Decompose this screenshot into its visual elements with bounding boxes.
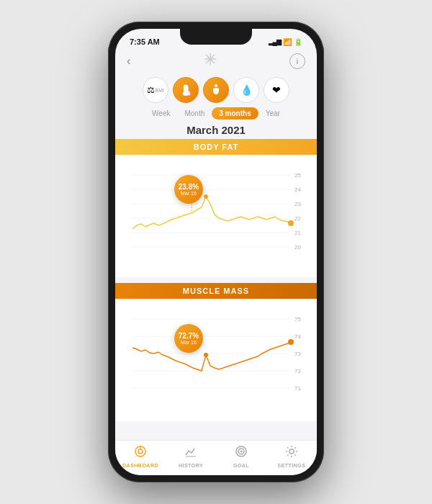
- history-icon: [184, 445, 197, 462]
- svg-text:75: 75: [294, 316, 301, 323]
- tab-3months[interactable]: 3 months: [212, 107, 258, 120]
- goal-icon: [235, 445, 248, 462]
- svg-point-11: [204, 194, 208, 199]
- body-fat-tooltip-value: 23.8%: [179, 183, 199, 191]
- phone-screen: 7:35 AM ▂▄▆ 📶 🔋 ‹ i ⚖: [115, 29, 317, 475]
- body1-icon: 🤱: [180, 84, 192, 96]
- bottom-nav: DASHBOARD HISTORY: [115, 440, 317, 475]
- svg-text:73: 73: [294, 351, 301, 357]
- nav-settings[interactable]: SETTINGS: [266, 445, 317, 468]
- muscle-mass-tooltip-date: Mar 16: [181, 340, 197, 345]
- status-icons: ▂▄▆ 📶 🔋: [269, 38, 302, 46]
- nav-bar: ‹ i: [115, 49, 317, 74]
- dashboard-label: DASHBOARD: [122, 463, 158, 468]
- muscle-mass-section: MUSCLE MASS: [115, 283, 317, 421]
- svg-text:25: 25: [294, 172, 301, 179]
- svg-text:74: 74: [294, 333, 301, 340]
- battery-icon: 🔋: [294, 38, 302, 46]
- status-time: 7:35 AM: [130, 37, 160, 46]
- tab-year[interactable]: Year: [258, 107, 287, 120]
- month-title: March 2021: [115, 122, 317, 139]
- body-fat-svg: 25 24 23 22 21 20: [127, 161, 311, 261]
- body-fat-header: BODY FAT: [115, 139, 317, 155]
- body-fat-tooltip: 23.8% Mar 16: [174, 175, 203, 204]
- signal-icon: ▂▄▆: [269, 38, 281, 45]
- period-tabs: Week Month 3 months Year: [115, 106, 317, 122]
- wifi-icon: 📶: [283, 38, 292, 46]
- svg-point-25: [204, 353, 208, 357]
- svg-point-12: [288, 220, 294, 226]
- svg-text:22: 22: [294, 215, 301, 222]
- content-scroll[interactable]: BODY FAT: [115, 139, 317, 440]
- nav-dashboard[interactable]: DASHBOARD: [115, 445, 166, 468]
- svg-text:21: 21: [294, 230, 301, 236]
- svg-text:71: 71: [294, 385, 301, 392]
- scale-icon: ⚖: [147, 85, 155, 95]
- tab-heart[interactable]: ❤: [264, 77, 289, 103]
- svg-point-38: [240, 451, 243, 453]
- svg-text:24: 24: [294, 186, 301, 193]
- svg-text:23: 23: [294, 201, 301, 207]
- svg-point-26: [288, 339, 294, 345]
- logo-icon: [203, 52, 217, 70]
- tab-month[interactable]: Month: [177, 107, 212, 120]
- body-fat-chart: 25 24 23 22 21 20 23.8% Mar 16: [115, 155, 317, 277]
- settings-label: SETTINGS: [277, 463, 305, 468]
- muscle-mass-tooltip-value: 72.7%: [179, 332, 199, 340]
- svg-point-4: [215, 84, 217, 87]
- settings-icon: [285, 445, 298, 462]
- goal-label: GOAL: [233, 463, 249, 468]
- icon-tabs: ⚖ BMI 🤱 💧 ❤: [115, 74, 317, 106]
- muscle-mass-chart: 75 74 73 72 71 72.7% Mar 16: [115, 299, 317, 421]
- svg-point-39: [289, 449, 294, 454]
- tab-water[interactable]: 💧: [233, 77, 259, 103]
- info-button[interactable]: i: [289, 53, 305, 69]
- dashboard-icon: [134, 445, 147, 462]
- nav-history[interactable]: HISTORY: [166, 445, 216, 468]
- muscle-mass-tooltip: 72.7% Mar 16: [174, 324, 203, 353]
- svg-text:20: 20: [294, 244, 301, 251]
- muscle-mass-svg: 75 74 73 72 71: [127, 305, 311, 405]
- history-label: HISTORY: [179, 463, 203, 468]
- water-icon: 💧: [240, 84, 253, 96]
- notch: [180, 29, 252, 45]
- svg-text:72: 72: [294, 368, 301, 374]
- nav-goal[interactable]: GOAL: [216, 445, 266, 468]
- body-fat-tooltip-date: Mar 16: [181, 191, 197, 196]
- body-fat-section: BODY FAT: [115, 139, 317, 277]
- svg-point-33: [138, 449, 143, 454]
- tab-week[interactable]: Week: [145, 107, 177, 120]
- body2-icon: [210, 84, 222, 97]
- back-button[interactable]: ‹: [127, 55, 130, 68]
- muscle-mass-header: MUSCLE MASS: [115, 283, 317, 299]
- tab-body1[interactable]: 🤱: [173, 77, 199, 103]
- tab-body2[interactable]: [203, 77, 229, 103]
- phone-frame: 7:35 AM ▂▄▆ 📶 🔋 ‹ i ⚖: [108, 22, 324, 482]
- tab-bmi[interactable]: ⚖ BMI: [143, 77, 168, 103]
- heart-icon: ❤: [272, 84, 281, 96]
